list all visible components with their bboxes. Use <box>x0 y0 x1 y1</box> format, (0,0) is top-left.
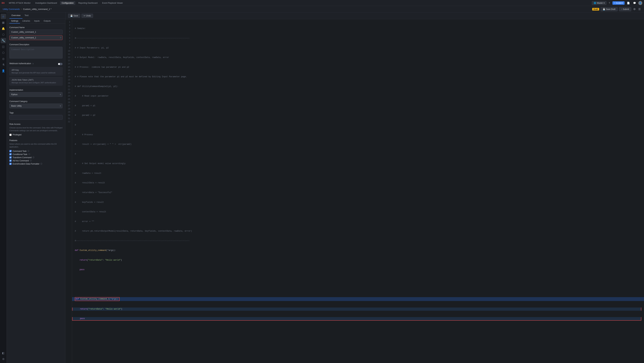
subtab-inputs[interactable]: Inputs <box>32 19 41 23</box>
document-icon[interactable]: 📄 <box>626 1 631 5</box>
undo-button[interactable]: ↩ Undo <box>82 14 93 18</box>
tab-test[interactable]: Test <box>22 12 30 18</box>
ln-26: 26 <box>66 101 72 104</box>
sidebar-gear-icon[interactable]: ⚙ <box>1 356 6 362</box>
ln-32: 32 <box>66 120 72 123</box>
feature-command-task-row: Command Task ⓘ <box>10 150 62 152</box>
feature-command-task-checkbox[interactable] <box>10 150 12 152</box>
command-name-label: Command Name <box>10 26 62 29</box>
breadcrumb-bar: Utility Commands > Custom_utility_comman… <box>0 6 644 12</box>
sidebar-calendar-icon[interactable]: ▦ <box>1 20 6 25</box>
features-section: Features Select where you want to use th… <box>10 139 62 165</box>
sidebar-wrench-icon[interactable]: 🔧 <box>1 38 6 43</box>
code-editor-wrapper[interactable]: 1 2 3 4 5 6 7 8 9 10 11 12 13 14 15 16 1… <box>66 19 644 363</box>
master-label: Master ▾ <box>597 2 604 4</box>
subtab-outputs[interactable]: Outputs <box>42 19 52 23</box>
feature-conditional-task-help[interactable]: ⓘ <box>28 153 30 156</box>
sidebar-icons: ⌂ ▦ 🔔 ⬡ 🔧 ◫ ⬡ ◎ ⚗ 👤 ◧ ⚙ <box>0 12 7 363</box>
feature-event-formatter-label[interactable]: Event/Incident Data Formatter <box>12 163 40 165</box>
implementation-select[interactable]: Python <box>10 92 62 97</box>
api-key-card[interactable]: API Key Manage and generate the API keys… <box>10 67 62 76</box>
code-line-23: #---------------------------------------… <box>75 239 641 243</box>
globe-icon: 🌐 <box>594 2 596 4</box>
feature-transform-command-checkbox[interactable] <box>10 156 12 159</box>
code-line-5: # # Process: combine two parameter p1 an… <box>75 66 641 69</box>
subtab-libraries[interactable]: Libraries <box>21 19 32 23</box>
ln-5: 5 <box>66 33 72 37</box>
save-draft-button[interactable]: 💾 Save Draft <box>600 7 618 11</box>
feature-transform-command-label[interactable]: Transform Command <box>12 156 32 159</box>
privileged-checkbox[interactable] <box>10 134 12 136</box>
code-content[interactable]: # Sample: #-----------------------------… <box>72 19 644 363</box>
tab-overview[interactable]: Overview <box>10 12 22 18</box>
feature-event-formatter-help[interactable]: ⓘ <box>40 163 42 165</box>
ln-19: 19 <box>66 78 72 82</box>
command-name-input-2[interactable] <box>10 35 62 40</box>
nav-reporting[interactable]: Reporting Dashboard <box>77 1 99 5</box>
sidebar-notification-icon[interactable]: 🔔 <box>1 26 6 31</box>
ln-23: 23 <box>66 91 72 94</box>
feature-adhoc-help[interactable]: ⓘ <box>30 159 32 162</box>
feature-conditional-task-label[interactable]: Conditional Task <box>12 153 27 156</box>
ln-24: 24 <box>66 94 72 98</box>
feature-adhoc-checkbox[interactable] <box>10 160 12 162</box>
undo-icon: ↩ <box>84 14 85 17</box>
tags-input[interactable] <box>10 115 62 120</box>
menu-button[interactable]: ☰ <box>638 7 641 11</box>
sidebar-network-icon[interactable]: ⬡ <box>1 50 6 55</box>
command-name-help-icon[interactable]: ? <box>60 36 61 39</box>
role-access-section: Role Access Choose access level for the … <box>10 123 62 136</box>
sidebar-wifi-icon[interactable]: ◎ <box>1 56 6 61</box>
code-line-14: # <box>75 152 641 156</box>
feature-conditional-task-checkbox[interactable] <box>10 153 12 155</box>
sidebar-puzzle-icon[interactable]: ⬡ <box>1 32 6 37</box>
feature-event-formatter-checkbox[interactable] <box>10 163 12 165</box>
command-name-input-1[interactable] <box>10 30 62 34</box>
chat-icon[interactable]: 💬 <box>632 1 637 5</box>
webhook-help-icon[interactable]: ? <box>32 63 34 65</box>
breadcrumb-current: Custom_utility_command_1 * <box>23 8 51 10</box>
code-line-19: # keyfields = result <box>75 201 641 204</box>
sidebar-flask-icon[interactable]: ⚗ <box>1 62 6 67</box>
feature-command-task-help[interactable]: ⓘ <box>28 150 29 152</box>
nav-mitre[interactable]: MITRE ATT&CK Monitor <box>7 1 32 5</box>
ln-7: 7 <box>66 40 72 43</box>
left-panel: Overview Test Settings Libraries Inputs … <box>7 12 66 363</box>
ln-22: 22 <box>66 88 72 91</box>
help-icon[interactable]: ? <box>608 1 611 5</box>
nav-configuration[interactable]: Configuration <box>60 1 75 5</box>
sidebar-person-icon[interactable]: 👤 <box>1 68 6 73</box>
save-button[interactable]: 💾 Save <box>68 14 80 18</box>
code-line-30: return("returnData": "Hello world") <box>72 308 641 311</box>
ln-17: 17 <box>66 72 72 75</box>
role-access-desc: Choose access level for the command. Onl… <box>10 126 62 132</box>
user-avatar[interactable]: 👤 <box>638 1 642 5</box>
incident-button[interactable]: + Incident <box>612 1 624 5</box>
nav-event-playbook[interactable]: Event Playbook Viewer <box>100 1 124 5</box>
ln-13: 13 <box>66 59 72 62</box>
command-category-select[interactable]: Basic Utility <box>10 104 62 108</box>
feature-command-task-label[interactable]: Command Task <box>12 150 26 152</box>
sidebar-chart-icon[interactable]: ◫ <box>1 44 6 49</box>
jwt-card[interactable]: JSON Web Token (JWT) Manage secret keys … <box>10 77 62 85</box>
feature-transform-command-help[interactable]: ⓘ <box>32 156 34 159</box>
command-category-section: Command Category Basic Utility <box>10 100 62 108</box>
implementation-label: Implementation <box>10 89 62 91</box>
settings-icon-button[interactable]: ⚙ <box>632 7 636 11</box>
feature-adhoc-label[interactable]: Ad-hoc Command <box>12 160 29 162</box>
webhook-toggle[interactable] <box>58 63 62 65</box>
nav-investigation[interactable]: Investigation Dashboard <box>34 1 58 5</box>
main-area: ⌂ ▦ 🔔 ⬡ 🔧 ◫ ⬡ ◎ ⚗ 👤 ◧ ⚙ Overview Test Se… <box>0 12 644 363</box>
subtab-settings[interactable]: Settings <box>10 19 20 23</box>
sidebar-home-icon[interactable]: ⌂ <box>1 14 6 19</box>
top-navbar: D3 MITRE ATT&CK Monitor Investigation Da… <box>0 0 644 6</box>
sidebar-layers-icon[interactable]: ◧ <box>1 350 6 356</box>
breadcrumb-actions: Draft 💾 Save Draft ↑ Submit ⚙ ☰ <box>592 7 641 11</box>
command-description-textarea[interactable] <box>10 47 62 58</box>
privileged-label[interactable]: Privileged <box>12 134 22 136</box>
breadcrumb-link[interactable]: Utility Commands <box>3 8 20 10</box>
ln-3: 3 <box>66 27 72 30</box>
master-button[interactable]: 🌐 Master ▾ <box>592 1 606 5</box>
submit-button[interactable]: ↑ Submit <box>619 7 631 11</box>
api-key-desc: Manage and generate the API keys used fo… <box>12 72 60 74</box>
